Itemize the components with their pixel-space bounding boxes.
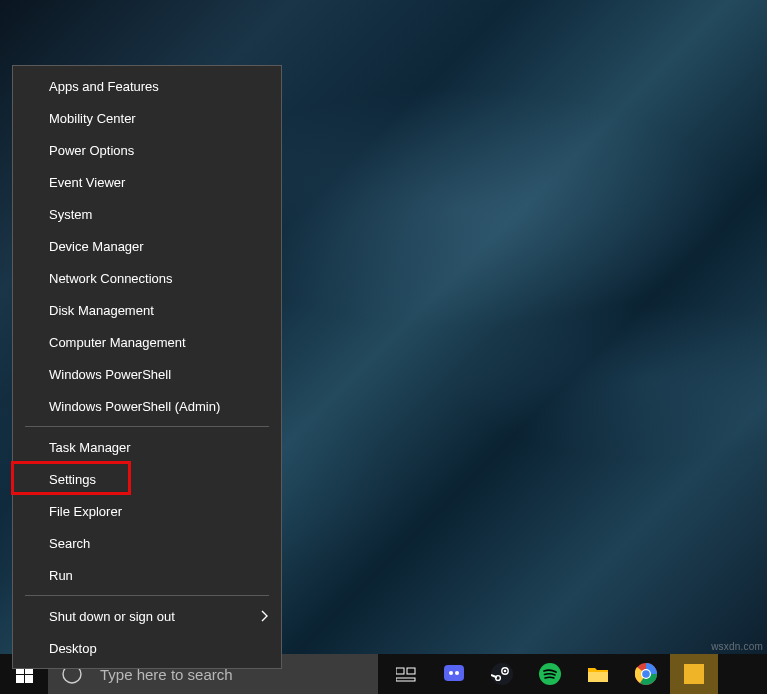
svg-rect-6: [407, 668, 415, 674]
chevron-right-icon: [261, 610, 269, 622]
menu-item-task-manager[interactable]: Task Manager: [13, 431, 281, 463]
steam-icon: [491, 663, 513, 685]
task-view-button[interactable]: [382, 654, 430, 694]
menu-item-label: System: [49, 207, 92, 222]
menu-item-shut-down-or-sign-out[interactable]: Shut down or sign out: [13, 600, 281, 632]
menu-item-label: Device Manager: [49, 239, 144, 254]
menu-item-label: Search: [49, 536, 90, 551]
menu-item-label: Computer Management: [49, 335, 186, 350]
menu-item-windows-powershell-admin[interactable]: Windows PowerShell (Admin): [13, 390, 281, 422]
spotify-icon: [539, 663, 561, 685]
menu-item-label: Power Options: [49, 143, 134, 158]
menu-item-event-viewer[interactable]: Event Viewer: [13, 166, 281, 198]
taskbar-app-file-explorer[interactable]: [574, 654, 622, 694]
svg-point-13: [504, 670, 507, 673]
menu-item-system[interactable]: System: [13, 198, 281, 230]
app-icon: [684, 664, 704, 684]
menu-separator: [25, 595, 269, 596]
svg-rect-7: [396, 678, 415, 681]
menu-item-computer-management[interactable]: Computer Management: [13, 326, 281, 358]
taskbar-app-spotify[interactable]: [526, 654, 574, 694]
svg-rect-3: [25, 675, 33, 683]
menu-item-settings[interactable]: Settings: [13, 463, 281, 495]
svg-point-11: [491, 663, 513, 685]
menu-item-label: Shut down or sign out: [49, 609, 175, 624]
menu-item-label: Settings: [49, 472, 96, 487]
menu-item-label: Windows PowerShell (Admin): [49, 399, 220, 414]
menu-item-label: Disk Management: [49, 303, 154, 318]
menu-item-search[interactable]: Search: [13, 527, 281, 559]
svg-rect-2: [16, 675, 24, 683]
menu-item-label: Event Viewer: [49, 175, 125, 190]
menu-item-label: Run: [49, 568, 73, 583]
menu-item-label: Network Connections: [49, 271, 173, 286]
menu-item-disk-management[interactable]: Disk Management: [13, 294, 281, 326]
svg-point-10: [455, 671, 459, 675]
menu-item-label: Apps and Features: [49, 79, 159, 94]
menu-item-label: Mobility Center: [49, 111, 136, 126]
watermark-text: wsxdn.com: [711, 641, 763, 652]
svg-point-9: [449, 671, 453, 675]
taskbar-tray: [382, 654, 718, 694]
menu-item-mobility-center[interactable]: Mobility Center: [13, 102, 281, 134]
task-view-icon: [396, 666, 416, 682]
menu-item-device-manager[interactable]: Device Manager: [13, 230, 281, 262]
taskbar-app-discord[interactable]: [430, 654, 478, 694]
taskbar-app-steam[interactable]: [478, 654, 526, 694]
menu-item-label: File Explorer: [49, 504, 122, 519]
folder-icon: [587, 665, 609, 683]
menu-item-run[interactable]: Run: [13, 559, 281, 591]
svg-rect-20: [684, 664, 704, 684]
menu-separator: [25, 426, 269, 427]
menu-item-label: Task Manager: [49, 440, 131, 455]
winx-context-menu: Apps and Features Mobility Center Power …: [12, 65, 282, 669]
menu-item-file-explorer[interactable]: File Explorer: [13, 495, 281, 527]
svg-point-19: [642, 670, 650, 678]
taskbar-app-active[interactable]: [670, 654, 718, 694]
menu-item-label: Desktop: [49, 641, 97, 656]
menu-item-windows-powershell[interactable]: Windows PowerShell: [13, 358, 281, 390]
menu-item-apps-and-features[interactable]: Apps and Features: [13, 70, 281, 102]
menu-item-desktop[interactable]: Desktop: [13, 632, 281, 664]
taskbar-app-chrome[interactable]: [622, 654, 670, 694]
menu-item-label: Windows PowerShell: [49, 367, 171, 382]
svg-rect-5: [396, 668, 404, 674]
chrome-icon: [635, 663, 657, 685]
svg-rect-16: [588, 672, 608, 682]
discord-icon: [442, 662, 466, 686]
menu-item-power-options[interactable]: Power Options: [13, 134, 281, 166]
menu-item-network-connections[interactable]: Network Connections: [13, 262, 281, 294]
svg-rect-8: [444, 665, 464, 681]
